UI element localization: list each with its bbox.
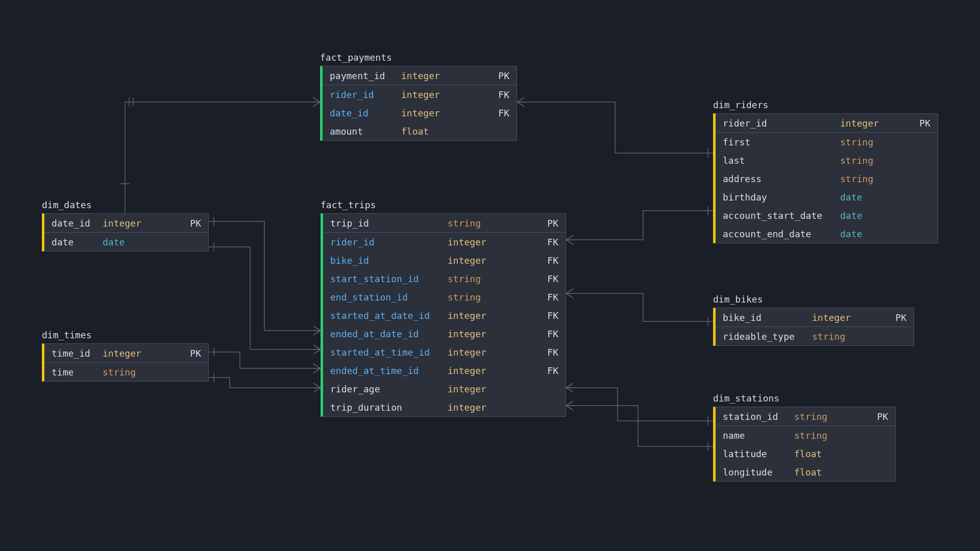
column-name: time (52, 367, 97, 378)
column-type: date (840, 192, 862, 203)
column-type: date (840, 229, 862, 239)
column-name: birthday (723, 192, 835, 203)
table-dim-dates[interactable]: dim_dates date_idintegerPKdatedate (42, 213, 209, 252)
column-type: string (840, 155, 873, 166)
column-row: station_idstringPK (716, 407, 895, 425)
table-title: dim_bikes (713, 294, 763, 305)
column-row: payment_idintegerPK (323, 66, 517, 85)
column-type: string (812, 331, 845, 342)
column-name: bike_id (330, 255, 443, 266)
table-dim-bikes[interactable]: dim_bikes bike_idintegerPKrideable_types… (713, 308, 914, 346)
column-key: PK (889, 118, 930, 129)
table-dim-times[interactable]: dim_times time_idintegerPKtimestring (42, 343, 209, 382)
column-name: rider_id (330, 89, 396, 100)
column-row: start_station_idstringFK (323, 269, 566, 288)
column-row: trip_durationinteger (323, 398, 566, 416)
column-row: time_idintegerPK (44, 344, 208, 362)
table-dim-stations[interactable]: dim_stations station_idstringPKnamestrin… (713, 407, 896, 482)
column-name: bike_id (723, 312, 807, 323)
column-key: FK (450, 108, 509, 118)
column-name: rider_id (723, 118, 835, 129)
column-type: integer (448, 384, 486, 394)
column-key: PK (450, 70, 509, 81)
column-row: datedate (44, 233, 208, 251)
column-type: string (840, 137, 873, 147)
column-key: FK (450, 89, 509, 100)
column-name: date (52, 237, 97, 247)
column-name: started_at_time_id (330, 347, 443, 358)
column-type: string (794, 430, 827, 441)
table-fact-trips[interactable]: fact_trips trip_idstringPKrider_idintege… (321, 213, 566, 417)
column-row: ended_at_time_idintegerFK (323, 361, 566, 380)
column-row: rider_ageinteger (323, 380, 566, 398)
column-row: longitudefloat (716, 463, 895, 481)
table-fact-payments[interactable]: fact_payments payment_idintegerPKrider_i… (320, 66, 517, 141)
er-diagram-canvas: fact_payments payment_idintegerPKrider_i… (0, 0, 980, 551)
column-name: last (723, 155, 835, 166)
column-row: rideable_typestring (716, 327, 914, 345)
column-name: rider_age (330, 384, 443, 394)
column-type: integer (401, 108, 440, 118)
column-row: laststring (716, 151, 938, 169)
column-key: FK (497, 329, 558, 339)
column-key: FK (497, 347, 558, 358)
table-title: dim_dates (42, 199, 92, 210)
column-type: string (103, 367, 136, 378)
column-key: FK (491, 273, 558, 284)
table-body: bike_idintegerPKrideable_typestring (716, 308, 914, 345)
column-key: FK (497, 237, 558, 247)
column-type: integer (103, 218, 141, 229)
column-name: trip_duration (330, 402, 443, 413)
column-name: time_id (52, 348, 97, 359)
column-name: account_start_date (723, 210, 835, 221)
column-row: started_at_time_idintegerFK (323, 343, 566, 361)
column-name: started_at_date_id (330, 310, 443, 321)
column-row: firststring (716, 133, 938, 151)
column-row: account_start_datedate (716, 206, 938, 224)
column-row: bike_idintegerFK (323, 251, 566, 269)
column-name: ended_at_date_id (330, 329, 443, 339)
column-row: addressstring (716, 169, 938, 188)
table-title: dim_times (42, 330, 92, 340)
table-body: payment_idintegerPKrider_idintegerFKdate… (323, 66, 517, 140)
column-row: rider_idintegerFK (323, 85, 517, 104)
column-key: PK (491, 218, 558, 229)
column-row: rider_idintegerPK (716, 114, 938, 132)
column-name: start_station_id (330, 273, 443, 284)
column-key: FK (497, 255, 558, 266)
column-row: end_station_idstringFK (323, 288, 566, 306)
column-name: date_id (52, 218, 97, 229)
table-title: dim_riders (713, 99, 768, 110)
column-row: started_at_date_idintegerFK (323, 306, 566, 324)
column-type: integer (448, 347, 486, 358)
column-row: namestring (716, 426, 895, 444)
column-name: longitude (723, 467, 789, 478)
column-name: ended_at_time_id (330, 365, 443, 376)
column-row: date_idintegerFK (323, 104, 517, 122)
column-type: float (794, 448, 822, 459)
table-title: fact_payments (320, 52, 392, 63)
column-row: date_idintegerPK (44, 214, 208, 232)
column-row: trip_idstringPK (323, 214, 566, 232)
column-name: rider_id (330, 237, 443, 247)
column-name: first (723, 137, 835, 147)
column-name: trip_id (330, 218, 443, 229)
table-title: dim_stations (713, 393, 779, 404)
column-name: payment_id (330, 70, 396, 81)
column-type: string (794, 411, 827, 422)
column-name: latitude (723, 448, 789, 459)
column-row: bike_idintegerPK (716, 308, 914, 327)
table-body: date_idintegerPKdatedate (44, 214, 208, 251)
column-type: date (840, 210, 862, 221)
column-name: account_end_date (723, 229, 835, 239)
column-key: FK (497, 365, 558, 376)
column-type: float (401, 126, 429, 137)
column-key: PK (838, 411, 888, 422)
column-type: integer (448, 310, 486, 321)
column-type: integer (448, 365, 486, 376)
column-type: string (448, 292, 481, 303)
column-name: station_id (723, 411, 789, 422)
column-type: integer (812, 312, 851, 323)
table-dim-riders[interactable]: dim_riders rider_idintegerPKfirststringl… (713, 113, 938, 243)
column-type: string (448, 218, 481, 229)
